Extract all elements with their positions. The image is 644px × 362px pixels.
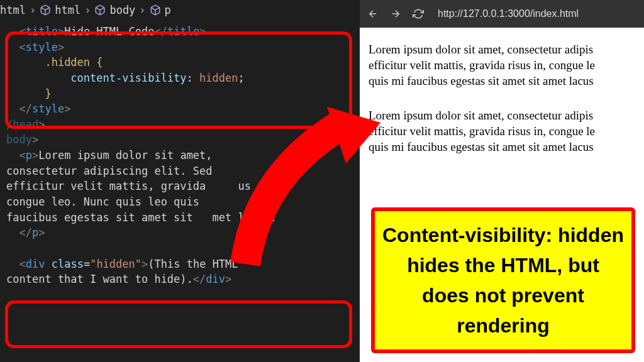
annotation-callout: Content-visibility: hidden hides the HTM… — [371, 207, 635, 353]
title-text: Hide HTML Code — [64, 25, 154, 38]
code-line: .hidden { — [6, 55, 353, 70]
breadcrumb-item[interactable]: html — [0, 4, 26, 16]
browser-toolbar: http://127.0.0.1:3000/index.html — [360, 0, 644, 28]
forward-button[interactable] — [389, 7, 402, 21]
paragraph: Lorem ipsum dolor sit amet, consectetur … — [369, 107, 635, 155]
code-line: content that I want to hide).</div> — [6, 272, 353, 287]
css-value: hidden — [199, 72, 238, 84]
code-line: <p>Lorem ipsum dolor sit amet, — [6, 148, 353, 163]
code-line: <div class="hidden">(This the HTML — [6, 256, 353, 272]
chevron-right-icon: › — [84, 4, 91, 16]
breadcrumb-item[interactable]: p — [165, 4, 171, 16]
code-line: } — [6, 86, 353, 102]
code-line: /head> — [6, 117, 353, 133]
cube-icon — [94, 4, 106, 16]
css-property: content-visibility — [70, 72, 186, 84]
code-line: body> — [6, 132, 353, 148]
code-line: congue leo. Nunc quis leo quis — [6, 194, 353, 210]
text-line: quis mi faucibus egestas sit amet sit am… — [369, 139, 635, 155]
back-button[interactable] — [366, 7, 380, 21]
css-selector: .hidden { — [45, 56, 103, 69]
cube-icon — [40, 4, 51, 16]
code-line: faucibus egestas sit amet sit met lacus. — [6, 210, 353, 226]
highlight-div-block — [5, 300, 352, 348]
chevron-right-icon: › — [30, 4, 36, 16]
code-line: <title>Hide HTML Code</title> — [6, 24, 353, 40]
text-line: efficitur velit mattis, gravida risus in… — [369, 123, 635, 139]
breadcrumb[interactable]: html › html › body › p — [0, 0, 360, 21]
address-bar[interactable]: http://127.0.0.1:3000/index.html — [438, 8, 579, 19]
text-line: Lorem ipsum dolor sit amet, consectetur … — [369, 41, 635, 57]
breadcrumb-item[interactable]: body — [109, 4, 135, 16]
text-line: efficitur velit mattis, gravida risus in… — [369, 57, 635, 73]
code-line: <style> — [6, 40, 353, 55]
breadcrumb-item[interactable]: html — [55, 4, 80, 16]
chevron-right-icon: › — [139, 4, 145, 16]
code-line: </style> — [6, 101, 353, 117]
code-line: efficitur velit mattis, gravida us in, — [6, 178, 353, 194]
callout-text: Content-visibility: hidden hides the HTM… — [381, 220, 625, 341]
editor-pane: html › html › body › p <title>Hide HTML … — [0, 0, 360, 362]
code-line — [6, 241, 353, 256]
code-editor[interactable]: <title>Hide HTML Code</title> <style> .h… — [0, 21, 360, 293]
code-line: content-visibility: hidden; — [6, 70, 353, 86]
code-line: consectetur adipiscing elit. Sed — [6, 163, 353, 179]
paragraph: Lorem ipsum dolor sit amet, consectetur … — [369, 41, 635, 89]
refresh-button[interactable] — [411, 7, 425, 21]
text-line: quis mi faucibus egestas sit amet sit am… — [369, 73, 635, 89]
code-line: </p> — [6, 225, 353, 241]
rendered-page: Lorem ipsum dolor sit amet, consectetur … — [360, 28, 644, 155]
cube-icon — [150, 4, 161, 16]
text-line: Lorem ipsum dolor sit amet, consectetur … — [369, 107, 635, 123]
